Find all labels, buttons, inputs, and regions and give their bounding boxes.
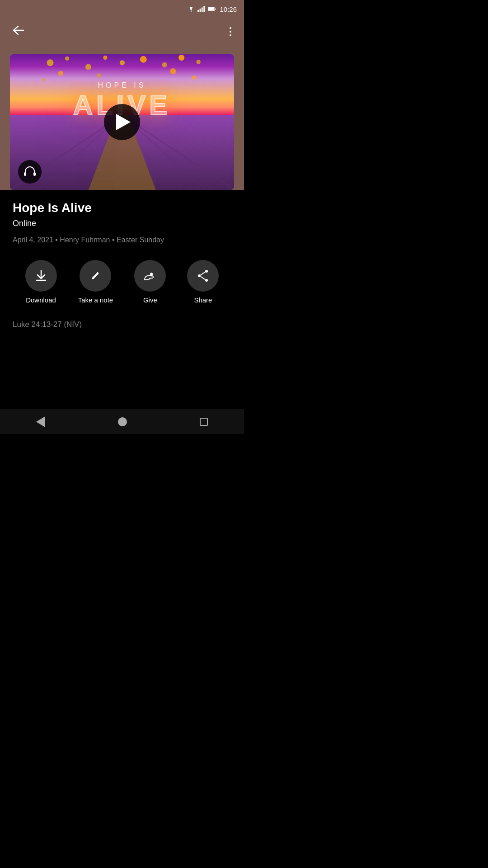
nav-bar [0,18,244,45]
bottom-nav [0,409,244,434]
svg-rect-5 [208,8,214,10]
give-circle [134,260,166,292]
svg-rect-0 [198,10,199,12]
dot3 [230,34,231,36]
download-circle [25,260,57,292]
download-button[interactable]: Download [25,260,57,304]
svg-rect-3 [204,6,205,12]
svg-point-28 [192,75,196,80]
battery-icon [208,6,216,12]
svg-point-26 [170,68,176,74]
more-options-button[interactable] [226,24,235,40]
svg-point-15 [47,59,53,66]
take-note-button[interactable]: Take a note [78,260,113,304]
play-button[interactable] [104,104,140,140]
svg-point-18 [103,56,107,60]
time-display: 10:26 [220,5,237,13]
svg-point-19 [119,60,124,65]
content-area: Hope Is Alive Online April 4, 2021 • Hen… [0,190,244,329]
nav-recents-icon [200,418,208,426]
action-buttons: Download Take a note Give [13,260,231,304]
nav-home-button[interactable] [118,417,127,426]
give-label: Give [143,296,157,304]
svg-rect-30 [33,172,36,176]
svg-point-27 [42,78,46,82]
status-bar: 10:26 [0,0,244,18]
svg-point-16 [65,57,69,61]
svg-point-25 [97,73,101,77]
play-icon [116,114,131,130]
nav-back-button[interactable] [36,416,45,427]
dot2 [230,31,231,33]
share-circle [187,260,219,292]
scripture-reference: Luke 24:13-27 (NIV) [13,320,231,329]
nav-recents-button[interactable] [200,418,208,426]
svg-point-20 [140,56,146,63]
share-label: Share [194,296,212,304]
svg-rect-29 [24,172,26,176]
note-icon [88,269,103,283]
download-label: Download [26,296,56,304]
sermon-location: Online [13,219,231,228]
wifi-icon [187,6,195,12]
back-arrow-icon [13,25,24,35]
give-button[interactable]: Give [134,260,166,304]
svg-line-35 [201,277,205,280]
sermon-title: Hope Is Alive [13,201,231,215]
svg-point-21 [162,62,167,67]
note-circle [80,260,111,292]
svg-point-23 [196,60,200,64]
give-icon [143,269,157,283]
dot1 [230,27,231,29]
nav-home-icon [118,417,127,426]
svg-rect-2 [202,8,203,13]
nav-back-icon [36,416,45,427]
download-icon [34,269,48,283]
share-button[interactable]: Share [187,260,219,304]
svg-point-32 [198,274,201,277]
note-label: Take a note [78,296,113,304]
sermon-meta: April 4, 2021 • Henry Fuhrman • Easter S… [13,235,231,245]
status-icons [187,6,216,12]
svg-point-24 [58,71,63,76]
signal-icon [197,6,206,12]
audio-button[interactable] [18,160,42,184]
headphone-icon [23,166,36,177]
thumbnail-container: HOPE IS ALIVE [0,45,244,190]
svg-rect-1 [200,9,201,12]
share-icon [196,269,210,283]
sermon-thumbnail: HOPE IS ALIVE [10,54,235,190]
svg-rect-6 [215,9,216,10]
svg-line-34 [201,272,205,275]
svg-point-17 [85,64,91,70]
back-button[interactable] [9,22,28,42]
hope-is-text: HOPE IS [10,81,235,90]
svg-point-31 [205,270,208,273]
svg-point-33 [205,279,208,282]
svg-point-22 [178,55,184,61]
